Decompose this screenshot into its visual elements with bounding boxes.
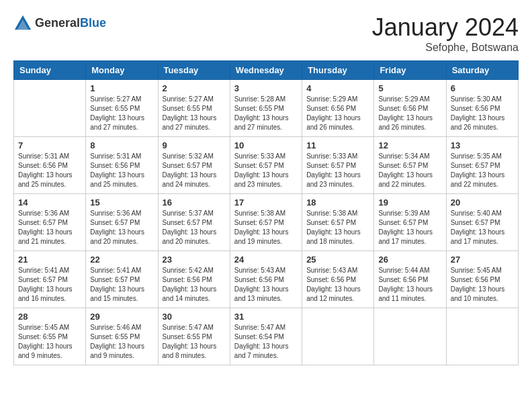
day-number: 22	[90, 255, 153, 265]
day-number: 3	[234, 83, 298, 93]
day-info: Sunrise: 5:41 AM Sunset: 6:57 PM Dayligh…	[18, 266, 81, 304]
day-number: 15	[90, 197, 153, 208]
page-header: GeneralBlue January 2024 Sefophe, Botswa…	[13, 13, 519, 54]
day-info: Sunrise: 5:37 AM Sunset: 6:57 PM Dayligh…	[163, 209, 226, 246]
day-number: 26	[378, 255, 441, 265]
day-number: 12	[378, 140, 441, 150]
day-number: 5	[378, 83, 441, 93]
calendar-cell: 31Sunrise: 5:47 AM Sunset: 6:54 PM Dayli…	[230, 308, 302, 365]
day-info: Sunrise: 5:36 AM Sunset: 6:57 PM Dayligh…	[18, 209, 81, 246]
day-number: 8	[90, 140, 153, 150]
day-info: Sunrise: 5:34 AM Sunset: 6:57 PM Dayligh…	[378, 152, 441, 189]
day-number: 13	[451, 140, 514, 150]
calendar-cell: 15Sunrise: 5:36 AM Sunset: 6:57 PM Dayli…	[86, 194, 158, 251]
day-number: 7	[18, 140, 81, 150]
day-info: Sunrise: 5:39 AM Sunset: 6:57 PM Dayligh…	[378, 209, 441, 246]
calendar-cell: 20Sunrise: 5:40 AM Sunset: 6:57 PM Dayli…	[446, 194, 518, 251]
day-info: Sunrise: 5:43 AM Sunset: 6:56 PM Dayligh…	[306, 266, 369, 304]
week-row-5: 28Sunrise: 5:45 AM Sunset: 6:55 PM Dayli…	[14, 308, 519, 365]
weekday-header-wednesday: Wednesday	[230, 61, 302, 80]
day-number: 2	[163, 83, 226, 93]
calendar-cell: 12Sunrise: 5:34 AM Sunset: 6:57 PM Dayli…	[374, 137, 446, 194]
calendar-cell: 26Sunrise: 5:44 AM Sunset: 6:56 PM Dayli…	[374, 251, 446, 308]
day-number: 10	[234, 140, 298, 150]
day-number: 18	[306, 197, 369, 208]
day-info: Sunrise: 5:45 AM Sunset: 6:55 PM Dayligh…	[18, 323, 81, 361]
calendar-cell: 1Sunrise: 5:27 AM Sunset: 6:55 PM Daylig…	[86, 80, 158, 137]
calendar-cell: 25Sunrise: 5:43 AM Sunset: 6:56 PM Dayli…	[302, 251, 374, 308]
day-info: Sunrise: 5:32 AM Sunset: 6:57 PM Dayligh…	[163, 152, 226, 189]
calendar-cell: 21Sunrise: 5:41 AM Sunset: 6:57 PM Dayli…	[14, 251, 86, 308]
day-number: 23	[163, 255, 226, 265]
title-block: January 2024 Sefophe, Botswana	[372, 13, 519, 54]
week-row-2: 7Sunrise: 5:31 AM Sunset: 6:56 PM Daylig…	[14, 137, 519, 194]
calendar-cell: 6Sunrise: 5:30 AM Sunset: 6:56 PM Daylig…	[446, 80, 518, 137]
weekday-header-sunday: Sunday	[14, 61, 86, 80]
calendar-cell	[446, 308, 518, 365]
day-info: Sunrise: 5:29 AM Sunset: 6:56 PM Dayligh…	[306, 95, 369, 132]
day-info: Sunrise: 5:46 AM Sunset: 6:55 PM Dayligh…	[90, 323, 153, 361]
week-row-4: 21Sunrise: 5:41 AM Sunset: 6:57 PM Dayli…	[14, 251, 519, 308]
logo-icon	[13, 13, 32, 32]
calendar-cell: 19Sunrise: 5:39 AM Sunset: 6:57 PM Dayli…	[374, 194, 446, 251]
weekday-header-tuesday: Tuesday	[158, 61, 230, 80]
calendar-cell: 23Sunrise: 5:42 AM Sunset: 6:56 PM Dayli…	[158, 251, 230, 308]
day-info: Sunrise: 5:42 AM Sunset: 6:56 PM Dayligh…	[163, 266, 226, 304]
day-number: 1	[90, 83, 153, 93]
calendar-cell: 7Sunrise: 5:31 AM Sunset: 6:56 PM Daylig…	[14, 137, 86, 194]
day-info: Sunrise: 5:28 AM Sunset: 6:55 PM Dayligh…	[234, 95, 298, 132]
logo-general: General	[35, 16, 80, 30]
calendar-cell: 5Sunrise: 5:29 AM Sunset: 6:56 PM Daylig…	[374, 80, 446, 137]
day-number: 19	[378, 197, 441, 208]
week-row-3: 14Sunrise: 5:36 AM Sunset: 6:57 PM Dayli…	[14, 194, 519, 251]
day-info: Sunrise: 5:30 AM Sunset: 6:56 PM Dayligh…	[451, 95, 514, 132]
calendar-cell: 27Sunrise: 5:45 AM Sunset: 6:56 PM Dayli…	[446, 251, 518, 308]
day-info: Sunrise: 5:41 AM Sunset: 6:57 PM Dayligh…	[90, 266, 153, 304]
weekday-header-saturday: Saturday	[446, 61, 518, 80]
day-info: Sunrise: 5:27 AM Sunset: 6:55 PM Dayligh…	[163, 95, 226, 132]
calendar-cell: 30Sunrise: 5:47 AM Sunset: 6:55 PM Dayli…	[158, 308, 230, 365]
calendar-cell: 4Sunrise: 5:29 AM Sunset: 6:56 PM Daylig…	[302, 80, 374, 137]
calendar-cell: 18Sunrise: 5:38 AM Sunset: 6:57 PM Dayli…	[302, 194, 374, 251]
calendar-cell: 29Sunrise: 5:46 AM Sunset: 6:55 PM Dayli…	[86, 308, 158, 365]
logo: GeneralBlue	[13, 13, 106, 32]
weekday-header-friday: Friday	[374, 61, 446, 80]
day-info: Sunrise: 5:31 AM Sunset: 6:56 PM Dayligh…	[18, 152, 81, 189]
calendar-cell: 24Sunrise: 5:43 AM Sunset: 6:56 PM Dayli…	[230, 251, 302, 308]
day-number: 28	[18, 312, 81, 322]
day-number: 29	[90, 312, 153, 322]
day-info: Sunrise: 5:38 AM Sunset: 6:57 PM Dayligh…	[306, 209, 369, 246]
day-info: Sunrise: 5:45 AM Sunset: 6:56 PM Dayligh…	[451, 266, 514, 304]
day-info: Sunrise: 5:47 AM Sunset: 6:54 PM Dayligh…	[234, 323, 298, 361]
location-title: Sefophe, Botswana	[372, 42, 519, 54]
day-number: 31	[234, 312, 298, 322]
day-info: Sunrise: 5:40 AM Sunset: 6:57 PM Dayligh…	[451, 209, 514, 246]
day-info: Sunrise: 5:29 AM Sunset: 6:56 PM Dayligh…	[378, 95, 441, 132]
calendar-cell: 17Sunrise: 5:38 AM Sunset: 6:57 PM Dayli…	[230, 194, 302, 251]
day-info: Sunrise: 5:33 AM Sunset: 6:57 PM Dayligh…	[234, 152, 298, 189]
calendar-cell	[374, 308, 446, 365]
calendar-cell: 13Sunrise: 5:35 AM Sunset: 6:57 PM Dayli…	[446, 137, 518, 194]
calendar-cell: 3Sunrise: 5:28 AM Sunset: 6:55 PM Daylig…	[230, 80, 302, 137]
day-number: 27	[451, 255, 514, 265]
day-number: 4	[306, 83, 369, 93]
day-info: Sunrise: 5:36 AM Sunset: 6:57 PM Dayligh…	[90, 209, 153, 246]
day-number: 9	[163, 140, 226, 150]
day-number: 16	[163, 197, 226, 208]
day-info: Sunrise: 5:47 AM Sunset: 6:55 PM Dayligh…	[163, 323, 226, 361]
day-info: Sunrise: 5:35 AM Sunset: 6:57 PM Dayligh…	[451, 152, 514, 189]
calendar-cell: 22Sunrise: 5:41 AM Sunset: 6:57 PM Dayli…	[86, 251, 158, 308]
calendar-cell: 10Sunrise: 5:33 AM Sunset: 6:57 PM Dayli…	[230, 137, 302, 194]
day-info: Sunrise: 5:33 AM Sunset: 6:57 PM Dayligh…	[306, 152, 369, 189]
day-number: 24	[234, 255, 298, 265]
month-title: January 2024	[372, 13, 519, 42]
day-info: Sunrise: 5:43 AM Sunset: 6:56 PM Dayligh…	[234, 266, 298, 304]
calendar-cell: 11Sunrise: 5:33 AM Sunset: 6:57 PM Dayli…	[302, 137, 374, 194]
day-number: 6	[451, 83, 514, 93]
calendar-cell: 8Sunrise: 5:31 AM Sunset: 6:56 PM Daylig…	[86, 137, 158, 194]
day-number: 17	[234, 197, 298, 208]
day-number: 11	[306, 140, 369, 150]
calendar-cell: 14Sunrise: 5:36 AM Sunset: 6:57 PM Dayli…	[14, 194, 86, 251]
day-number: 20	[451, 197, 514, 208]
day-number: 25	[306, 255, 369, 265]
